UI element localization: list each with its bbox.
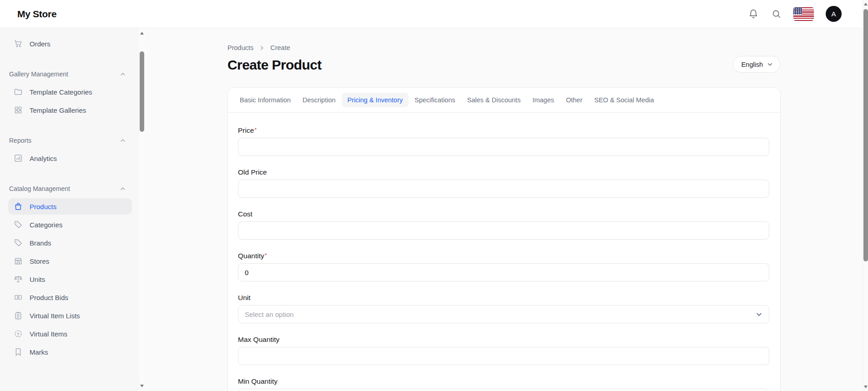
unit-field-group: Unit Select an option (238, 294, 769, 323)
section-title: Catalog Management (9, 185, 70, 192)
chevron-up-icon (120, 71, 126, 77)
min-quantity-label: Min Quantity (238, 377, 769, 386)
tab-description[interactable]: Description (297, 93, 342, 107)
unit-label: Unit (238, 294, 769, 302)
sidebar-section-catalog-management[interactable]: Catalog Management (9, 185, 126, 193)
sidebar-item-stores[interactable]: Stores (8, 253, 132, 269)
sidebar-item-label: Categories (30, 221, 63, 229)
sidebar-section-gallery-management[interactable]: Gallery Management (9, 70, 126, 78)
sidebar-item-virtual-items[interactable]: Virtual Items (8, 326, 132, 342)
flag-canton (793, 7, 802, 15)
max-quantity-field-group: Max Quantity (238, 336, 769, 365)
tab-images[interactable]: Images (526, 93, 560, 107)
bookmark-icon (14, 347, 23, 356)
tab-specifications[interactable]: Specifications (409, 93, 461, 107)
sidebar-item-brands[interactable]: Brands (8, 235, 132, 251)
sidebar-item-template-categories[interactable]: Template Categories (8, 84, 132, 100)
dashed-circle-icon (14, 329, 23, 338)
sidebar-item-label: Products (30, 203, 56, 211)
app-logo[interactable]: My Store (17, 9, 56, 20)
pricing-inventory-form: Price* Old Price Cost Quantity* Unit Sel… (228, 113, 780, 391)
bar-chart-icon (14, 154, 23, 163)
chevron-up-icon (120, 138, 126, 143)
sidebar-item-template-galleries[interactable]: Template Galleries (8, 102, 132, 118)
sidebar-item-marks[interactable]: Marks (8, 344, 132, 360)
cost-label: Cost (238, 210, 769, 218)
unit-select[interactable]: Select an option (238, 305, 769, 323)
banknote-icon (14, 293, 23, 302)
sidebar-item-label: Product Bids (30, 294, 68, 301)
tab-seo-social-media[interactable]: SEO & Social Media (588, 93, 660, 107)
required-asterisk: * (265, 252, 267, 259)
main-content: Products Create Create Product English B… (145, 28, 863, 391)
sidebar-item-categories[interactable]: Categories (8, 216, 132, 233)
min-quantity-field-group: Min Quantity (238, 377, 769, 391)
tab-other[interactable]: Other (560, 93, 588, 107)
scroll-up-arrow[interactable] (864, 3, 868, 5)
cost-input[interactable] (238, 221, 769, 240)
shopping-bag-icon (14, 202, 23, 211)
topbar-actions: A (748, 6, 842, 22)
quantity-field-group: Quantity* (238, 252, 769, 281)
search-icon[interactable] (771, 9, 782, 20)
sidebar-scrollbar-thumb[interactable] (140, 51, 144, 132)
cart-icon (14, 39, 23, 48)
sidebar-item-label: Orders (30, 40, 50, 48)
scroll-down-arrow[interactable] (140, 385, 144, 387)
chevron-right-icon (259, 45, 265, 51)
price-input[interactable] (238, 138, 769, 156)
breadcrumb-products[interactable]: Products (227, 44, 253, 51)
sidebar-item-orders[interactable]: Orders (8, 35, 132, 52)
sidebar-scrollbar[interactable] (139, 28, 145, 391)
tag-icon (14, 238, 23, 247)
scroll-up-arrow[interactable] (140, 32, 144, 35)
sidebar-item-analytics[interactable]: Analytics (8, 150, 132, 166)
notification-bell-icon[interactable] (748, 9, 759, 20)
sidebar-item-label: Template Categories (30, 88, 92, 96)
sidebar-item-label: Virtual Item Lists (30, 312, 80, 320)
storefront-icon (14, 256, 23, 266)
top-bar: My Store A (0, 0, 863, 28)
tab-bar: Basic Information Description Pricing & … (228, 88, 780, 113)
tab-pricing-inventory[interactable]: Pricing & Inventory (342, 93, 409, 107)
breadcrumb: Products Create (227, 44, 781, 52)
section-title: Reports (9, 137, 31, 144)
scroll-down-arrow[interactable] (864, 386, 868, 388)
folder-icon (14, 87, 23, 96)
sidebar-item-products[interactable]: Products (8, 198, 132, 215)
tab-basic-information[interactable]: Basic Information (234, 93, 297, 107)
sidebar-item-label: Units (30, 276, 45, 283)
quantity-input[interactable] (238, 263, 769, 281)
sidebar-section-reports[interactable]: Reports (9, 136, 126, 145)
sidebar-item-label: Marks (30, 348, 48, 356)
sidebar-item-label: Virtual Items (30, 330, 67, 338)
min-quantity-input[interactable] (238, 389, 769, 391)
language-label: English (741, 61, 763, 68)
sidebar-item-virtual-item-lists[interactable]: Virtual Item Lists (8, 307, 132, 324)
sidebar-item-label: Template Galleries (30, 106, 86, 114)
chevron-up-icon (120, 186, 126, 191)
language-dropdown-button[interactable]: English (733, 56, 780, 73)
old-price-input[interactable] (238, 180, 769, 198)
breadcrumb-create[interactable]: Create (270, 44, 290, 51)
tag-icon (14, 220, 23, 229)
max-quantity-label: Max Quantity (238, 336, 769, 344)
create-product-card: Basic Information Description Pricing & … (227, 87, 781, 391)
section-title: Gallery Management (9, 70, 68, 78)
cost-field-group: Cost (238, 210, 769, 240)
clipboard-icon (14, 311, 23, 320)
page-scrollbar[interactable] (863, 0, 868, 391)
us-flag-language-button[interactable] (793, 7, 814, 21)
sidebar-item-product-bids[interactable]: Product Bids (8, 289, 132, 306)
avatar[interactable]: A (826, 6, 842, 22)
sidebar-item-label: Brands (30, 239, 51, 247)
scale-icon (14, 275, 23, 284)
max-quantity-input[interactable] (238, 347, 769, 365)
sidebar-item-units[interactable]: Units (8, 271, 132, 287)
page-scrollbar-thumb[interactable] (863, 9, 868, 261)
quantity-label: Quantity* (238, 252, 769, 260)
tab-sales-discounts[interactable]: Sales & Discounts (461, 93, 527, 107)
old-price-label: Old Price (238, 168, 769, 176)
page-title: Create Product (227, 57, 781, 73)
chevron-down-icon (756, 311, 762, 318)
